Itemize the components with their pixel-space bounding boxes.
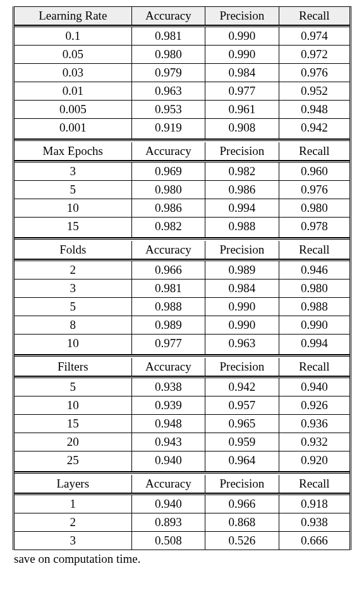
data-cell: 0.943 [132,433,206,451]
table-row: 250.9400.9640.920 [15,452,349,472]
hyperparameter-table: Learning RateAccuracyPrecisionRecall0.10… [13,6,351,550]
data-cell: 0.666 [279,532,349,550]
data-cell: 3 [15,280,132,297]
data-cell: 0.926 [279,396,349,414]
table-row: 150.9480.9650.936 [15,415,349,433]
table-row: 20.8930.8680.938 [15,513,349,532]
data-cell: 0.990 [279,316,349,334]
data-cell: 0.965 [205,415,279,433]
data-cell: 0.980 [132,46,206,63]
header-cell: Layers [15,475,132,493]
data-cell: 20 [15,433,132,451]
data-cell: 0.908 [205,119,279,138]
data-cell: 25 [15,452,132,471]
data-cell: 0.918 [279,495,349,513]
data-cell: 0.984 [205,64,279,82]
data-cell: 15 [15,218,132,237]
data-cell: 0.948 [279,101,349,118]
header-cell: Precision [205,7,279,25]
header-cell: Accuracy [132,475,206,493]
header-cell: Precision [205,142,279,160]
table-row: 80.9890.9900.990 [15,316,349,335]
data-cell: 0.977 [205,82,279,100]
table-row: 0.0050.9530.9610.948 [15,101,349,119]
data-cell: 0.969 [132,163,206,180]
data-cell: 0.963 [132,82,206,100]
data-cell: 0.508 [132,532,206,550]
data-cell: 0.959 [205,433,279,451]
data-cell: 0.989 [205,261,279,279]
caption-fragment: save on computation time. [13,552,351,566]
data-cell: 0.990 [205,298,279,316]
data-cell: 0.986 [132,199,206,217]
data-cell: 2 [15,261,132,279]
table-row: 0.0010.9190.9080.942 [15,119,349,139]
header-cell: Accuracy [132,241,206,259]
data-cell: 0.948 [132,415,206,433]
data-cell: 0.976 [279,181,349,199]
data-cell: 0.01 [15,82,132,100]
data-cell: 0.960 [279,163,349,180]
data-cell: 0.526 [205,532,279,550]
data-cell: 0.972 [279,46,349,63]
data-cell: 0.953 [132,101,206,118]
data-cell: 0.988 [132,298,206,316]
table-row: 30.9690.9820.960 [15,163,349,181]
data-cell: 0.952 [279,82,349,100]
data-cell: 0.05 [15,46,132,63]
data-cell: 0.957 [205,396,279,414]
data-cell: 0.979 [132,64,206,82]
data-cell: 0.936 [279,415,349,433]
table-row: 50.9880.9900.988 [15,298,349,316]
section-header: FiltersAccuracyPrecisionRecall [15,355,349,376]
table-row: 0.10.9810.9900.974 [15,27,349,46]
header-cell: Max Epochs [15,142,132,160]
header-cell: Learning Rate [15,7,132,25]
data-cell: 0.893 [132,513,206,531]
header-cell: Precision [205,241,279,259]
data-cell: 0.977 [132,335,206,354]
data-cell: 2 [15,513,132,531]
data-cell: 0.966 [205,495,279,513]
data-cell: 0.978 [279,218,349,237]
data-cell: 10 [15,335,132,354]
data-cell: 5 [15,181,132,199]
data-cell: 0.984 [205,280,279,297]
table-row: 30.5080.5260.666 [15,532,349,550]
data-cell: 0.963 [205,335,279,354]
data-cell: 0.868 [205,513,279,531]
data-cell: 8 [15,316,132,334]
header-cell: Recall [279,241,349,259]
data-cell: 0.981 [132,27,206,45]
data-cell: 0.980 [132,181,206,199]
table-row: 0.050.9800.9900.972 [15,46,349,64]
data-cell: 0.994 [279,335,349,354]
header-cell: Recall [279,7,349,25]
data-cell: 0.986 [205,181,279,199]
data-cell: 0.990 [205,316,279,334]
data-cell: 0.940 [132,495,206,513]
data-cell: 0.974 [279,27,349,45]
data-cell: 0.989 [132,316,206,334]
data-cell: 0.03 [15,64,132,82]
data-cell: 0.939 [132,396,206,414]
data-cell: 0.980 [279,199,349,217]
header-cell: Recall [279,475,349,493]
data-cell: 0.961 [205,101,279,118]
data-cell: 0.938 [279,513,349,531]
data-cell: 0.964 [205,452,279,471]
data-cell: 0.942 [205,378,279,396]
data-cell: 0.980 [279,280,349,297]
data-cell: 0.976 [279,64,349,82]
data-cell: 3 [15,532,132,550]
data-cell: 0.942 [279,119,349,138]
data-cell: 0.982 [132,218,206,237]
header-cell: Recall [279,358,349,376]
data-cell: 0.988 [205,218,279,237]
table-row: 0.030.9790.9840.976 [15,64,349,82]
header-cell: Accuracy [132,358,206,376]
data-cell: 0.001 [15,119,132,138]
data-cell: 1 [15,495,132,513]
table-row: 20.9660.9890.946 [15,261,349,280]
header-cell: Accuracy [132,142,206,160]
